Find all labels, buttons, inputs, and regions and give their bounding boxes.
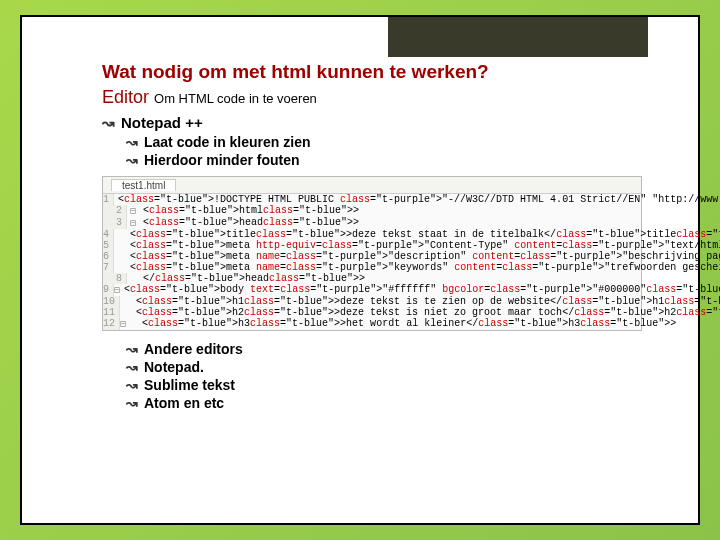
line-number: 7 [103,262,114,273]
code-line: 3⊟<class="t-blue">headclass="t-blue">> [103,217,641,229]
code-text: <class="t-blue">titleclass="t-blue">>dez… [114,229,720,240]
slide-subtitle: Editor Om HTML code in te voeren [102,87,658,108]
subtitle-small: Om HTML code in te voeren [154,91,317,106]
subtitle-main: Editor [102,87,149,107]
code-line: 7 <class="t-blue">meta name=class="t-pur… [103,262,641,273]
list-item: Notepad ++ [102,114,658,132]
list-item: Sublime tekst [126,377,658,393]
line-number: 4 [103,229,114,240]
line-number: 11 [103,307,120,318]
code-text: <class="t-blue">h3class="t-blue">>het wo… [126,318,676,330]
code-line: 4 <class="t-blue">titleclass="t-blue">>d… [103,229,641,240]
bottom-bullet-list: Andere editors Notepad. Sublime tekst At… [102,341,658,411]
code-editor-screenshot: test1.html 1<class="t-blue">!DOCTYPE HTM… [102,176,642,331]
code-line: 2⊟<class="t-blue">htmlclass="t-blue">> [103,205,641,217]
fold-icon: ⊟ [127,205,139,217]
code-text: <class="t-blue">meta http-equiv=class="t… [114,240,720,251]
code-body: 1<class="t-blue">!DOCTYPE HTML PUBLIC cl… [103,194,641,330]
list-item: Laat code in kleuren zien [126,134,658,150]
list-item: Atom en etc [126,395,658,411]
fold-icon: ⊟ [127,217,139,229]
top-bullet-list: Notepad ++ Laat code in kleuren zien Hie… [102,114,658,168]
code-line: 10 <class="t-blue">h1class="t-blue">>dez… [103,296,641,307]
code-line: 11 <class="t-blue">h2class="t-blue">>dez… [103,307,641,318]
code-line: 8</class="t-blue">headclass="t-blue">> [103,273,641,284]
slide: Wat nodig om met html kunnen te werken? … [20,15,700,525]
code-line: 5 <class="t-blue">meta http-equiv=class=… [103,240,641,251]
list-item: Andere editors [126,341,658,357]
line-number: 10 [103,296,120,307]
code-text: <class="t-blue">h2class="t-blue">>deze t… [120,307,720,318]
line-number: 6 [103,251,114,262]
code-text: <class="t-blue">meta name=class="t-purpl… [114,262,720,273]
fold-icon [127,273,139,284]
editor-tab-bar: test1.html [103,177,641,194]
code-text: <class="t-blue">meta name=class="t-purpl… [114,251,720,262]
code-line: 6 <class="t-blue">meta name=class="t-pur… [103,251,641,262]
code-line: 9⊟<class="t-blue">body text=class="t-pur… [103,284,641,296]
line-number: 8 [103,273,127,284]
code-text: <class="t-blue">!DOCTYPE HTML PUBLIC cla… [114,194,720,205]
list-item: Hierdoor minder fouten [126,152,658,168]
list-item: Notepad. [126,359,658,375]
line-number: 12 [103,318,120,330]
code-line: 12⊟ <class="t-blue">h3class="t-blue">>he… [103,318,641,330]
code-line: 1<class="t-blue">!DOCTYPE HTML PUBLIC cl… [103,194,641,205]
slide-content: Wat nodig om met html kunnen te werken? … [22,17,698,433]
code-text: <class="t-blue">htmlclass="t-blue">> [139,205,359,217]
slide-title: Wat nodig om met html kunnen te werken? [102,61,658,83]
line-number: 5 [103,240,114,251]
editor-tab: test1.html [111,179,176,191]
code-text: </class="t-blue">headclass="t-blue">> [139,273,365,284]
code-text: <class="t-blue">body text=class="t-purpl… [120,284,720,296]
line-number: 9 [103,284,114,296]
code-text: <class="t-blue">headclass="t-blue">> [139,217,359,229]
line-number: 3 [103,217,127,229]
line-number: 1 [103,194,114,205]
decorative-dark-box [388,17,648,57]
line-number: 2 [103,205,127,217]
code-text: <class="t-blue">h1class="t-blue">>deze t… [120,296,720,307]
